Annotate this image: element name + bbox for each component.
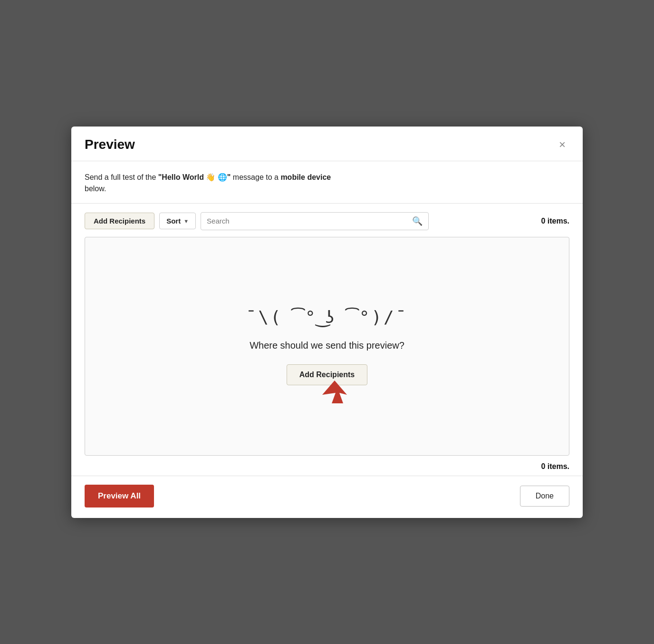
empty-message: Where should we send this preview? [250,340,404,351]
description-suffix: message to a [231,173,280,181]
add-recipients-top-button[interactable]: Add Recipients [85,213,154,229]
search-input[interactable] [207,217,410,225]
empty-state-box: ¯\( ͡° ͜ʖ ͡°)/¯ Where should we send thi… [85,237,569,456]
preview-all-button[interactable]: Preview All [85,485,154,507]
close-button[interactable]: × [555,137,569,152]
items-count-top: 0 items. [541,217,569,225]
modal-description: Send a full test of the "Hello World 👋 🌐… [71,161,583,204]
sort-button[interactable]: Sort ▼ [159,213,196,229]
red-arrow-indicator [322,381,347,405]
done-button[interactable]: Done [520,486,569,507]
modal-header: Preview × [71,127,583,161]
modal-footer: Preview All Done [71,476,583,518]
svg-marker-0 [322,381,347,403]
sort-arrow-icon: ▼ [183,218,189,224]
toolbar: Add Recipients Sort ▼ 🔍 0 items. [71,204,583,237]
description-end: below. [85,185,106,193]
description-prefix: Send a full test of the [85,173,158,181]
description-message: "Hello World 👋 🌐" [158,173,231,181]
sort-label: Sort [166,217,181,225]
items-count-bottom-container: 0 items. [71,456,583,476]
kaomoji: ¯\( ͡° ͜ʖ ͡°)/¯ [246,307,408,327]
preview-modal: Preview × Send a full test of the "Hello… [71,127,583,518]
items-count-bottom: 0 items. [541,462,569,471]
search-icon: 🔍 [412,216,423,226]
modal-title: Preview [85,137,135,152]
search-container: 🔍 [201,212,429,230]
description-device: mobile device [280,173,331,181]
